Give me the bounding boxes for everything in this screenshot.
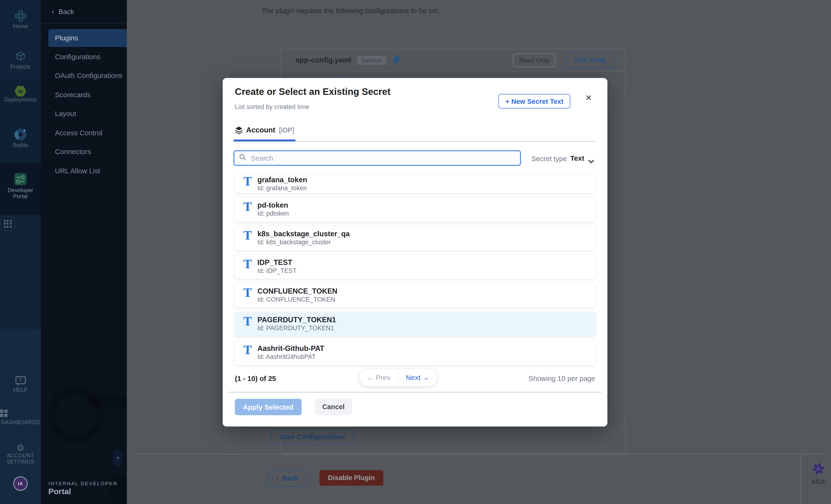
secret-name: k8s_backstage_cluster_qa bbox=[257, 230, 350, 238]
arrow-right-icon: → bbox=[421, 374, 429, 381]
back-label: Back bbox=[58, 7, 74, 16]
secret-modal: Create or Select an Existing Secret List… bbox=[223, 78, 607, 426]
copy-icon[interactable] bbox=[393, 55, 400, 65]
new-secret-text-button[interactable]: + New Secret Text bbox=[498, 94, 571, 109]
plugin-sidebar: ‹Back Plugins Configurations OAuth Confi… bbox=[41, 0, 127, 504]
active-tab-underline bbox=[233, 140, 295, 141]
next-button[interactable]: Next → bbox=[398, 369, 437, 386]
nav-item-deployments[interactable]: ∞ Deployments bbox=[0, 86, 41, 103]
text-secret-icon: T bbox=[242, 344, 253, 357]
file-name: app-config.yaml bbox=[295, 56, 351, 64]
secret-row-pd-token[interactable]: T pd-token Id: pdtoken bbox=[235, 198, 596, 222]
secret-row-k8s_backstage_cluster_qa[interactable]: T k8s_backstage_cluster_qa Id: k8s_backs… bbox=[235, 227, 596, 250]
divider bbox=[229, 392, 601, 392]
user-menu[interactable]: IA bbox=[0, 476, 41, 491]
text-secret-icon: T bbox=[242, 287, 253, 299]
nav-item-account-settings[interactable]: ⚙ ACCOUNT SETTINGS bbox=[0, 443, 41, 465]
secret-name: grafana_token bbox=[257, 176, 307, 184]
sidebar-back-button[interactable]: ‹Back bbox=[52, 7, 74, 16]
sidebar-item-access-control[interactable]: Access Control bbox=[41, 124, 127, 142]
nav-item-home[interactable]: Home bbox=[0, 10, 41, 30]
sidebar-item-plugins[interactable]: Plugins bbox=[48, 29, 127, 47]
save-configurations-button[interactable]: Save Configurations bbox=[271, 429, 353, 445]
triangle-left-icon: ◀ bbox=[116, 455, 119, 460]
secret-row-CONFLUENCE_TOKEN[interactable]: T CONFLUENCE_TOKEN Id: CONFLUENCE_TOKEN bbox=[235, 284, 596, 308]
nav-item-help[interactable]: ? HELP bbox=[0, 375, 41, 393]
avatar[interactable]: IA bbox=[13, 476, 28, 491]
divider bbox=[800, 454, 801, 504]
edit-yaml-button[interactable]: Edit YAML bbox=[567, 52, 616, 68]
tab-scope: [IDP] bbox=[279, 126, 294, 134]
watermark-ring bbox=[48, 387, 104, 443]
aida-label: AIDA bbox=[804, 479, 831, 485]
secret-name: pd-token bbox=[257, 201, 288, 209]
prev-button[interactable]: ← Prev bbox=[360, 369, 398, 386]
back-button-label: Back bbox=[282, 474, 298, 482]
nav-label: Deployments bbox=[0, 97, 41, 103]
help-icon: ? bbox=[15, 376, 26, 384]
secret-row-Aashrit-Github-PAT[interactable]: T Aashrit-Github-PAT Id: AashritGithubPA… bbox=[235, 341, 596, 365]
chevron-down-icon[interactable] bbox=[588, 157, 594, 165]
nav-label: DASHBOARDS bbox=[0, 419, 41, 425]
nav-item-dashboards[interactable]: DASHBOARDS bbox=[0, 410, 41, 425]
pagination-range: (1 - 10) of 25 bbox=[235, 374, 276, 382]
search-icon bbox=[239, 154, 246, 162]
divider bbox=[133, 454, 827, 454]
text-secret-icon: T bbox=[242, 230, 253, 242]
cancel-button[interactable]: Cancel bbox=[315, 399, 352, 415]
sidebar-item-layout[interactable]: Layout bbox=[41, 105, 127, 123]
secret-name: Aashrit-Github-PAT bbox=[257, 344, 324, 353]
back-button[interactable]: ‹Back bbox=[268, 470, 307, 486]
nav-label: Builds bbox=[0, 142, 41, 148]
secret-row-PAGERDUTY_TOKEN1[interactable]: T PAGERDUTY_TOKEN1 Id: PAGERDUTY_TOKEN1 bbox=[235, 313, 596, 336]
nav-label: Home bbox=[0, 24, 41, 30]
nav-label: Developer bbox=[0, 187, 41, 194]
secret-row-IDP_TEST[interactable]: T IDP_TEST Id: IDP_TEST bbox=[235, 255, 596, 279]
secret-type-select[interactable]: Text bbox=[570, 154, 584, 162]
sidebar-item-configurations[interactable]: Configurations bbox=[41, 48, 127, 66]
apply-selected-button[interactable]: Apply Selected bbox=[235, 399, 302, 415]
module-picker[interactable] bbox=[0, 216, 41, 231]
sidebar-collapse-button[interactable]: ◀ bbox=[112, 449, 123, 467]
close-icon[interactable]: ✕ bbox=[583, 92, 594, 104]
modal-title: Create or Select an Existing Secret bbox=[235, 86, 391, 97]
nav-item-builds[interactable]: Builds bbox=[0, 129, 41, 148]
sidebar-item-scorecards[interactable]: Scorecards bbox=[41, 86, 127, 104]
chevron-left-icon: ‹ bbox=[52, 7, 54, 16]
secret-name: PAGERDUTY_TOKEN1 bbox=[257, 316, 336, 324]
dashboards-icon bbox=[0, 410, 41, 417]
search-box bbox=[233, 150, 521, 166]
intro-text: The plugin requires the following config… bbox=[262, 7, 440, 14]
aida-widget[interactable]: AIDA bbox=[804, 463, 831, 485]
secret-row-grafana_token[interactable]: T grafana_token Id: grafana_token bbox=[235, 175, 596, 193]
secret-id: Id: IDP_TEST bbox=[257, 267, 297, 274]
module-nav: Home Projects ∞ Deployments Builds bbox=[0, 0, 41, 504]
text-secret-icon: T bbox=[242, 258, 253, 271]
sidebar-item-oauth-configurations[interactable]: OAuth Configurations bbox=[41, 67, 127, 85]
tab-account[interactable]: Account bbox=[246, 126, 275, 134]
nav-item-developer-portal[interactable]: Developer Portal bbox=[0, 173, 41, 200]
secret-id: Id: pdtoken bbox=[257, 210, 289, 217]
deployments-icon: ∞ bbox=[14, 86, 27, 97]
watermark-band bbox=[88, 397, 127, 407]
layers-icon bbox=[235, 126, 243, 136]
disable-plugin-button[interactable]: Disable Plugin bbox=[319, 470, 383, 486]
text-secret-icon: T bbox=[242, 316, 253, 328]
sidebar-item-connectors[interactable]: Connectors bbox=[41, 143, 127, 161]
module-group-3 bbox=[0, 215, 41, 329]
nav-label: Projects bbox=[0, 64, 41, 70]
nav-label: Portal bbox=[0, 194, 41, 200]
search-input[interactable] bbox=[250, 154, 515, 162]
chevron-left-icon: ‹ bbox=[276, 474, 279, 482]
prev-label: Prev bbox=[376, 374, 390, 381]
secret-id: Id: AashritGithubPAT bbox=[257, 353, 316, 360]
nav-label: HELP bbox=[0, 387, 41, 393]
sidebar-item-url-allow-list[interactable]: URL Allow List bbox=[41, 162, 127, 180]
secret-name: IDP_TEST bbox=[257, 258, 292, 267]
secret-id: Id: PAGERDUTY_TOKEN1 bbox=[257, 325, 334, 332]
divider bbox=[41, 23, 127, 24]
secret-name: CONFLUENCE_TOKEN bbox=[257, 287, 337, 295]
read-only-button[interactable]: Read Only bbox=[513, 53, 555, 67]
secret-id: Id: k8s_backstage_cluster bbox=[257, 239, 331, 246]
nav-item-projects[interactable]: Projects bbox=[0, 51, 41, 70]
